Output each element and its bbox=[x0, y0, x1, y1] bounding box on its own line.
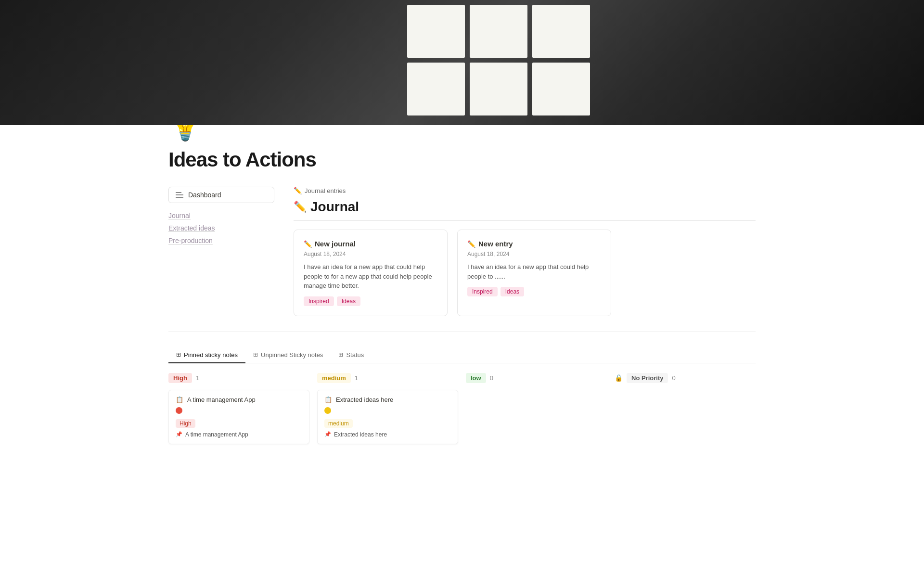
sticky-columns: High 1 📋 A time management App High bbox=[168, 373, 756, 469]
card-2-date: August 18, 2024 bbox=[467, 251, 601, 257]
tag-high: High bbox=[176, 419, 195, 428]
priority-high-badge: High bbox=[168, 373, 192, 383]
card-1-icon: ✏️ bbox=[304, 240, 312, 248]
col-medium-count: 1 bbox=[355, 374, 358, 382]
note-high-1-link: 📌 A time management App bbox=[176, 431, 302, 438]
card-1-title: ✏️ New journal bbox=[304, 240, 437, 248]
col-low: low 0 bbox=[466, 373, 607, 469]
journal-section-icon: ✏️ bbox=[294, 201, 307, 213]
card-2-tags: Inspired Ideas bbox=[467, 287, 601, 296]
tab-status-label: Status bbox=[346, 351, 364, 359]
tab-unpinned-icon: ⊞ bbox=[253, 351, 258, 358]
journal-cards: ✏️ New journal August 18, 2024 I have an… bbox=[294, 230, 756, 316]
tab-pinned-icon: ⊞ bbox=[176, 351, 181, 358]
section-divider bbox=[168, 332, 756, 332]
note-high-1[interactable]: 📋 A time management App High 📌 A time ma… bbox=[168, 390, 309, 444]
card-1-tags: Inspired Ideas bbox=[304, 296, 437, 306]
card-1-body: I have an idea for a new app that could … bbox=[304, 262, 437, 291]
tag-inspired: Inspired bbox=[304, 296, 334, 306]
card-2-icon: ✏️ bbox=[467, 240, 475, 248]
col-high-header: High 1 bbox=[168, 373, 309, 383]
col-none-count: 0 bbox=[672, 374, 675, 382]
note-high-1-dot bbox=[176, 407, 302, 416]
note-medium-1-dot bbox=[324, 407, 451, 416]
sticky-notes-section: ⊞ Pinned sticky notes ⊞ Unpinned Sticky … bbox=[168, 347, 756, 469]
journal-card-1[interactable]: ✏️ New journal August 18, 2024 I have an… bbox=[294, 230, 448, 316]
sidebar-item-preproduction[interactable]: Pre-production bbox=[168, 237, 274, 244]
card-1-date: August 18, 2024 bbox=[304, 251, 437, 257]
sidebar: Dashboard Journal Extracted ideas Pre-pr… bbox=[168, 187, 274, 244]
col-no-priority-header: 🔒 No Priority 0 bbox=[615, 373, 756, 383]
col-no-priority: 🔒 No Priority 0 bbox=[615, 373, 756, 469]
breadcrumb: ✏️ Journal entries bbox=[294, 187, 756, 194]
note-high-1-tag: High bbox=[176, 419, 302, 427]
breadcrumb-text: Journal entries bbox=[305, 187, 346, 194]
no-priority-icon: 🔒 bbox=[615, 374, 623, 382]
tab-unpinned[interactable]: ⊞ Unpinned Sticky notes bbox=[245, 347, 331, 363]
tab-unpinned-label: Unpinned Sticky notes bbox=[261, 351, 323, 359]
note-medium-1-link: 📌 Extracted ideas here bbox=[324, 431, 451, 438]
col-medium: medium 1 📋 Extracted ideas here medium bbox=[317, 373, 458, 469]
dot-red-icon bbox=[176, 407, 182, 414]
tab-status[interactable]: ⊞ Status bbox=[331, 347, 372, 363]
card-2-title: ✏️ New entry bbox=[467, 240, 601, 248]
tab-status-icon: ⊞ bbox=[338, 351, 343, 358]
pin-icon: 📌 bbox=[176, 431, 182, 437]
dot-yellow-icon bbox=[324, 407, 331, 414]
col-medium-header: medium 1 bbox=[317, 373, 458, 383]
col-low-header: low 0 bbox=[466, 373, 607, 383]
tag-medium: medium bbox=[324, 419, 353, 428]
journal-section-header: ✏️ Journal bbox=[294, 199, 756, 221]
sidebar-item-journal[interactable]: Journal bbox=[168, 212, 274, 219]
priority-low-badge: low bbox=[466, 373, 486, 383]
page-title: Ideas to Actions bbox=[168, 148, 756, 171]
tag-2-inspired: Inspired bbox=[467, 287, 498, 296]
dashboard-button[interactable]: Dashboard bbox=[168, 187, 274, 203]
hero-banner bbox=[0, 0, 924, 125]
priority-none-badge: No Priority bbox=[627, 373, 668, 383]
note-medium-1[interactable]: 📋 Extracted ideas here medium 📌 Extracte… bbox=[317, 390, 458, 444]
col-low-count: 0 bbox=[490, 374, 493, 382]
journal-section-title: Journal bbox=[310, 199, 359, 215]
tab-pinned-label: Pinned sticky notes bbox=[184, 351, 238, 359]
col-high-count: 1 bbox=[196, 374, 199, 382]
menu-icon bbox=[176, 192, 183, 198]
breadcrumb-icon: ✏️ bbox=[294, 187, 302, 194]
journal-card-2[interactable]: ✏️ New entry August 18, 2024 I have an i… bbox=[457, 230, 611, 316]
sticky-tabs: ⊞ Pinned sticky notes ⊞ Unpinned Sticky … bbox=[168, 347, 756, 363]
tag-2-ideas: Ideas bbox=[500, 287, 524, 296]
tab-pinned[interactable]: ⊞ Pinned sticky notes bbox=[168, 347, 245, 363]
card-2-body: I have an idea for a new app that could … bbox=[467, 262, 601, 281]
pin-medium-icon: 📌 bbox=[324, 431, 331, 437]
col-high: High 1 📋 A time management App High bbox=[168, 373, 309, 469]
priority-medium-badge: medium bbox=[317, 373, 351, 383]
dashboard-label: Dashboard bbox=[188, 191, 221, 199]
sidebar-item-extracted[interactable]: Extracted ideas bbox=[168, 224, 274, 232]
main-content: ✏️ Journal entries ✏️ Journal ✏️ New jou… bbox=[294, 187, 756, 316]
tag-ideas: Ideas bbox=[337, 296, 360, 306]
note-medium-1-header: 📋 Extracted ideas here bbox=[324, 396, 451, 403]
note-medium-1-tag: medium bbox=[324, 419, 451, 427]
sidebar-nav: Journal Extracted ideas Pre-production bbox=[168, 212, 274, 244]
note-high-1-header: 📋 A time management App bbox=[176, 396, 302, 403]
